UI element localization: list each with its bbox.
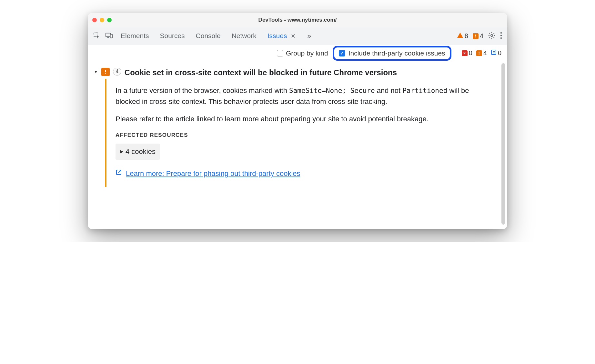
learn-more-link[interactable]: Learn more: Prepare for phasing out thir…	[126, 168, 300, 179]
close-tab-icon[interactable]: ✕	[291, 33, 296, 39]
affected-cookies-label: 4 cookies	[126, 146, 156, 157]
breaking-badge[interactable]: ! 4	[473, 32, 483, 40]
toolbar-left-icons	[93, 32, 117, 40]
close-window-button[interactable]	[92, 18, 97, 22]
group-by-kind-control[interactable]: Group by kind	[277, 49, 328, 57]
tab-console[interactable]: Console	[195, 31, 221, 42]
devtools-window: DevTools - www.nytimes.com/ Elements Sou…	[88, 13, 507, 229]
svg-point-4	[491, 35, 493, 36]
svg-rect-1	[106, 33, 111, 36]
issues-filter-bar: Group by kind ✓ Include third-party cook…	[88, 45, 507, 61]
issue-paragraph-1: In a future version of the browser, cook…	[116, 85, 488, 107]
more-tabs-icon[interactable]: »	[307, 32, 311, 40]
expand-caret-icon[interactable]: ▼	[94, 69, 98, 74]
issue-occurrence-count: 4	[113, 68, 121, 76]
svg-point-6	[500, 35, 502, 36]
include-third-party-label: Include third-party cookie issues	[348, 49, 445, 57]
breaking-count: 4	[480, 32, 483, 40]
collapse-triangle-icon: ▶	[120, 148, 124, 155]
info-square-icon	[491, 49, 497, 57]
errors-count-group[interactable]: × 0	[462, 49, 472, 57]
toolbar-right: 8 ! 4	[457, 32, 502, 41]
warnings-badge[interactable]: 8	[457, 32, 468, 40]
settings-gear-icon[interactable]	[488, 32, 496, 41]
tab-network[interactable]: Network	[231, 31, 257, 42]
issue-header-row[interactable]: ▼ ! 4 Cookie set in cross-site context w…	[88, 65, 507, 79]
affected-resources-heading: AFFECTED RESOURCES	[116, 131, 488, 139]
tab-issues[interactable]: Issues ✕	[267, 31, 297, 42]
affected-cookies-toggle[interactable]: ▶ 4 cookies	[116, 144, 160, 160]
info-count-group[interactable]: 0	[491, 49, 501, 57]
issue-text: and not	[377, 86, 403, 95]
breaking-square-icon: !	[473, 33, 479, 39]
warnings-count: 8	[465, 32, 468, 40]
issues-content: ▼ ! 4 Cookie set in cross-site context w…	[88, 61, 507, 229]
warning-triangle-icon	[457, 32, 463, 40]
device-toolbar-icon[interactable]	[105, 32, 113, 40]
group-by-kind-checkbox[interactable]	[277, 50, 283, 56]
external-link-icon	[116, 168, 122, 178]
warning-square-icon: !	[476, 50, 482, 56]
more-options-icon[interactable]	[500, 32, 502, 40]
issue-kind-counts: × 0 ! 4 0	[462, 49, 501, 57]
svg-point-5	[500, 32, 502, 33]
include-third-party-control[interactable]: ✓ Include third-party cookie issues	[333, 46, 451, 61]
include-third-party-checkbox[interactable]: ✓	[339, 50, 345, 56]
maximize-window-button[interactable]	[107, 18, 112, 22]
errors-count: 0	[469, 49, 472, 57]
issue-body: In a future version of the browser, cook…	[105, 79, 507, 187]
learn-more-row: Learn more: Prepare for phasing out thir…	[116, 168, 488, 179]
vertical-scrollbar[interactable]	[501, 63, 505, 225]
issue-severity-icon: !	[101, 68, 110, 76]
warnings-count-group[interactable]: ! 4	[476, 49, 487, 57]
window-title: DevTools - www.nytimes.com/	[88, 17, 507, 23]
svg-rect-8	[491, 50, 496, 55]
group-by-kind-label: Group by kind	[286, 49, 328, 57]
tab-elements[interactable]: Elements	[120, 31, 150, 42]
window-controls	[92, 18, 112, 22]
warnings-issue-count: 4	[483, 49, 487, 57]
svg-point-7	[500, 37, 502, 38]
code-samesite: SameSite=None; Secure	[289, 87, 375, 95]
inspect-element-icon[interactable]	[93, 32, 100, 40]
error-square-icon: ×	[462, 50, 468, 56]
issue-title: Cookie set in cross-site context will be…	[125, 67, 397, 77]
svg-rect-3	[110, 34, 112, 38]
issue-text: In a future version of the browser, cook…	[116, 86, 289, 95]
main-toolbar: Elements Sources Console Network Issues …	[88, 27, 507, 45]
issue-paragraph-2: Please refer to the article linked to le…	[116, 114, 488, 125]
code-partitioned: Partitioned	[402, 87, 447, 95]
tab-sources[interactable]: Sources	[159, 31, 186, 42]
titlebar: DevTools - www.nytimes.com/	[88, 13, 507, 27]
panel-tabs: Elements Sources Console Network Issues …	[120, 31, 311, 42]
info-count: 0	[498, 49, 501, 57]
minimize-window-button[interactable]	[100, 18, 104, 22]
tab-issues-label: Issues	[267, 32, 287, 39]
